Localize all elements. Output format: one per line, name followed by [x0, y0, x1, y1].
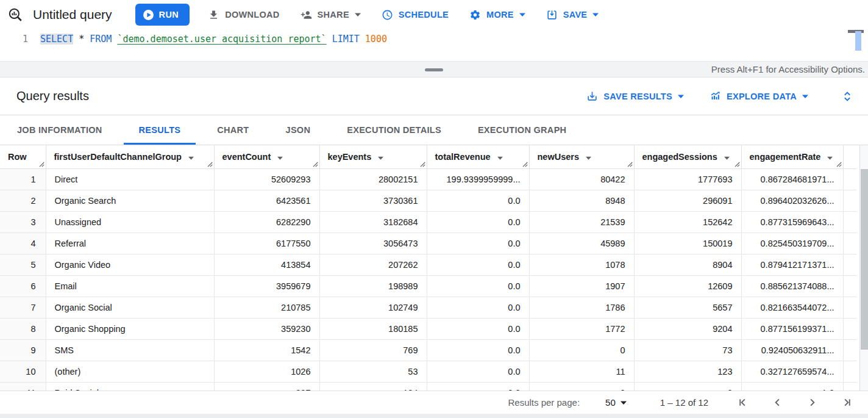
- column-header-eventCount: eventCount: [214, 145, 319, 168]
- page-next-icon: [807, 397, 817, 408]
- sort-menu-icon[interactable]: [724, 152, 730, 162]
- column-resize-handle[interactable]: [627, 162, 633, 167]
- sort-menu-icon[interactable]: [277, 152, 283, 162]
- tab-label: CHART: [217, 125, 249, 135]
- query-results-header: Query results SAVE RESULTS EXPLORE DATA: [0, 77, 868, 115]
- cell: Unassigned: [46, 211, 214, 232]
- download-button[interactable]: DOWNLOAD: [208, 9, 279, 21]
- editor-scrollbar-thumb[interactable]: [855, 31, 861, 51]
- cell: 0.327127659574...: [741, 361, 843, 382]
- cell: 52609293: [214, 168, 319, 190]
- cell: 180185: [319, 318, 427, 339]
- save-icon: [546, 9, 558, 21]
- cell: Paid Social: [46, 382, 214, 391]
- page-size-value: 50: [605, 397, 616, 408]
- filler-cell: [843, 232, 856, 254]
- pagination-controls: [738, 397, 852, 408]
- sort-menu-icon[interactable]: [827, 152, 833, 162]
- tab-results[interactable]: RESULTS: [124, 115, 196, 145]
- row-number: 7: [0, 297, 46, 318]
- column-label: keyEvents: [328, 152, 372, 162]
- cell: 0.0: [427, 275, 529, 297]
- toolbar-button-label: SCHEDULE: [399, 10, 449, 20]
- tab-execution-details[interactable]: EXECUTION DETAILS: [332, 115, 457, 145]
- sql-token-table-ref: `demo.demoset.user_acquisition_report`: [117, 34, 326, 45]
- cell: 210785: [214, 297, 319, 318]
- filler-cell: [843, 361, 856, 382]
- sql-editor: 1 SELECT * FROM `demo.demoset.user_acqui…: [0, 29, 868, 61]
- accessibility-hint: Press Alt+F1 for Accessibility Options.: [711, 64, 868, 74]
- cell: 0.0: [427, 211, 529, 232]
- table-scrollbar-thumb[interactable]: [861, 169, 868, 350]
- cell: 0.877315969643...: [741, 211, 843, 232]
- horizontal-scrollbar-track[interactable]: [0, 414, 868, 418]
- cell: 123: [634, 361, 741, 382]
- explore-data-button[interactable]: EXPLORE DATA: [710, 90, 808, 102]
- column-resize-handle[interactable]: [313, 162, 318, 167]
- column-resize-handle[interactable]: [207, 162, 213, 167]
- table-header-row: RowfirstUserDefaultChannelGroupeventCoun…: [0, 145, 856, 168]
- share-button[interactable]: SHARE: [301, 9, 361, 21]
- tab-label: JOB INFORMATION: [17, 125, 102, 135]
- table-row: 4Referral617755030564730.0459891500190.8…: [0, 232, 856, 254]
- tab-execution-graph[interactable]: EXECUTION GRAPH: [463, 115, 582, 145]
- schedule-button[interactable]: SCHEDULE: [382, 9, 449, 21]
- download-icon: [208, 9, 219, 21]
- cell: 9204: [634, 318, 741, 339]
- cell: 3: [634, 382, 741, 391]
- cell: 1542: [214, 339, 319, 361]
- column-header-firstUserDefaultChannelGroup: firstUserDefaultChannelGroup: [46, 145, 214, 168]
- splitter-drag-handle[interactable]: [425, 68, 443, 71]
- row-number: 2: [0, 190, 46, 211]
- run-button[interactable]: RUN: [135, 4, 190, 26]
- cell: 152642: [634, 211, 741, 232]
- sort-menu-icon[interactable]: [188, 152, 194, 162]
- column-label: eventCount: [222, 152, 271, 162]
- cell: Organic Search: [46, 190, 214, 211]
- sort-menu-icon[interactable]: [378, 152, 383, 162]
- sort-menu-icon[interactable]: [497, 152, 503, 162]
- column-resize-handle[interactable]: [836, 162, 842, 167]
- save-results-button[interactable]: SAVE RESULTS: [586, 90, 684, 102]
- last-page-button[interactable]: [842, 397, 852, 408]
- line-number: 1: [0, 29, 28, 61]
- run-button-label: RUN: [159, 10, 179, 20]
- filler-cell: [843, 382, 856, 391]
- column-label: totalRevenue: [435, 152, 491, 162]
- column-header-engagementRate: engagementRate: [741, 145, 843, 168]
- cell: 3730361: [319, 190, 427, 211]
- next-page-button[interactable]: [807, 397, 817, 408]
- results-per-page-label: Results per page:: [508, 397, 580, 408]
- cell: Organic Social: [46, 297, 214, 318]
- save-button[interactable]: SAVE: [546, 9, 599, 21]
- cell: 0.0: [427, 232, 529, 254]
- row-number: 9: [0, 339, 46, 361]
- tab-job-information[interactable]: JOB INFORMATION: [2, 115, 118, 145]
- cell: 45989: [529, 232, 634, 254]
- cell: 0.0: [427, 318, 529, 339]
- sort-menu-icon[interactable]: [586, 152, 591, 162]
- header-filler: [843, 145, 856, 168]
- column-label: Row: [8, 152, 27, 162]
- sql-code-line[interactable]: SELECT * FROM `demo.demoset.user_acquisi…: [28, 29, 387, 61]
- results-table-container: RowfirstUserDefaultChannelGroupeventCoun…: [0, 145, 868, 391]
- cell: 80422: [529, 168, 634, 190]
- cell: 0: [529, 382, 634, 391]
- row-number: 5: [0, 254, 46, 275]
- tab-json[interactable]: JSON: [271, 115, 326, 145]
- page-size-dropdown[interactable]: 50: [605, 397, 627, 408]
- previous-page-button[interactable]: [772, 397, 783, 408]
- column-resize-handle[interactable]: [522, 162, 528, 167]
- tab-chart[interactable]: CHART: [202, 115, 264, 145]
- cell: 207262: [319, 254, 427, 275]
- sql-token-keyword: FROM: [90, 34, 112, 45]
- column-resize-handle[interactable]: [420, 162, 425, 167]
- expand-results-button[interactable]: [841, 90, 853, 103]
- cell: 73: [634, 339, 741, 361]
- more-button[interactable]: MORE: [469, 9, 525, 21]
- column-resize-handle[interactable]: [735, 162, 740, 167]
- table-scrollbar[interactable]: [859, 145, 868, 391]
- first-page-button[interactable]: [738, 397, 748, 408]
- column-resize-handle[interactable]: [39, 162, 44, 167]
- gear-icon: [469, 9, 481, 21]
